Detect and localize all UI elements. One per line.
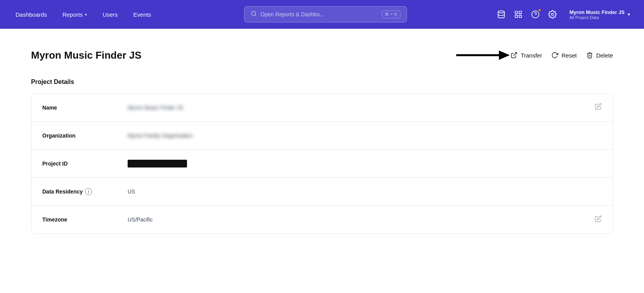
data-residency-info-icon[interactable]: i [85, 188, 92, 195]
nav-label-dashboards: Dashboards [16, 11, 47, 18]
help-icon-button[interactable] [528, 7, 543, 22]
project-chevron-icon: ▾ [628, 12, 630, 17]
arrow-annotation [456, 47, 511, 63]
reset-label: Reset [561, 52, 576, 59]
delete-button[interactable]: Delete [586, 52, 613, 59]
svg-line-12 [514, 52, 517, 56]
table-row: Organization Myron Family Organization [31, 122, 613, 150]
row-label-timezone: Timezone [42, 216, 128, 223]
svg-rect-3 [515, 11, 517, 14]
project-selector[interactable]: Myron Music Finder JS All Project Data ▾ [565, 7, 635, 22]
row-action-timezone [589, 215, 602, 224]
search-shortcut: ⌘ + K [382, 10, 400, 18]
nav-search-area: Open Reports & Dashbo... ⌘ + K [166, 6, 484, 23]
project-info: Myron Music Finder JS All Project Data [570, 9, 625, 20]
nav-left: Dashboards Reports ▾ Users Events [9, 8, 157, 21]
nav-item-dashboards[interactable]: Dashboards [9, 8, 53, 21]
table-row: Project ID 35057-14___________ [31, 150, 613, 178]
svg-point-0 [251, 11, 256, 16]
svg-point-9 [551, 13, 554, 16]
row-value-data-residency: US [128, 188, 589, 195]
svg-marker-11 [499, 51, 510, 60]
table-row: Data Residency i US [31, 178, 613, 206]
row-label-organization: Organization [42, 133, 128, 139]
section-title: Project Details [31, 78, 613, 85]
apps-icon-button[interactable] [511, 7, 526, 22]
nav-label-events: Events [133, 11, 151, 18]
database-icon-button[interactable] [493, 7, 509, 22]
search-icon [251, 10, 257, 18]
reset-icon [551, 52, 558, 59]
transfer-label: Transfer [521, 52, 542, 59]
nav-item-events[interactable]: Events [127, 8, 158, 21]
navbar: Dashboards Reports ▾ Users Events Open R… [0, 0, 644, 29]
row-label-project-id: Project ID [42, 160, 128, 167]
nav-right: Myron Music Finder JS All Project Data ▾ [493, 7, 635, 22]
search-placeholder-text: Open Reports & Dashbo... [261, 11, 378, 17]
svg-point-2 [498, 11, 504, 13]
nav-label-users: Users [102, 11, 118, 18]
arrow-icon [456, 47, 511, 63]
delete-icon [586, 52, 593, 59]
svg-rect-4 [519, 11, 521, 14]
project-sub: All Project Data [570, 15, 599, 20]
page-header: Myron Music Finder JS Transfer [31, 47, 613, 63]
delete-label: Delete [596, 52, 613, 59]
edit-timezone-button[interactable] [595, 215, 602, 224]
row-value-project-id: 35057-14___________ [128, 160, 589, 167]
row-label-data-residency: Data Residency i [42, 188, 128, 195]
row-label-name: Name [42, 105, 128, 111]
action-buttons: Transfer Reset [511, 52, 613, 59]
transfer-button[interactable]: Transfer [511, 52, 542, 59]
reset-button[interactable]: Reset [551, 52, 576, 59]
settings-icon-button[interactable] [545, 7, 560, 22]
transfer-icon [511, 52, 518, 59]
details-card: Name Myron Music Finder JS Organization [31, 93, 613, 234]
row-value-timezone: US/Pacific [128, 216, 589, 223]
nav-item-reports[interactable]: Reports ▾ [56, 8, 93, 21]
row-value-organization: Myron Family Organization [128, 133, 589, 139]
svg-rect-5 [515, 15, 517, 17]
reports-chevron-icon: ▾ [85, 12, 87, 17]
svg-rect-6 [519, 15, 521, 17]
search-box[interactable]: Open Reports & Dashbo... ⌘ + K [244, 6, 407, 23]
project-name: Myron Music Finder JS [570, 9, 625, 15]
nav-item-users[interactable]: Users [96, 8, 124, 21]
svg-point-7 [532, 11, 539, 18]
nav-label-reports: Reports [62, 11, 83, 18]
main-content: Myron Music Finder JS Transfer [0, 29, 644, 293]
table-row: Timezone US/Pacific [31, 206, 613, 234]
edit-name-button[interactable] [595, 103, 602, 112]
row-action-name [589, 103, 602, 112]
row-value-name: Myron Music Finder JS [128, 105, 589, 111]
table-row: Name Myron Music Finder JS [31, 94, 613, 122]
notification-badge [538, 8, 542, 12]
svg-line-1 [255, 15, 256, 16]
page-title: Myron Music Finder JS [31, 49, 142, 61]
